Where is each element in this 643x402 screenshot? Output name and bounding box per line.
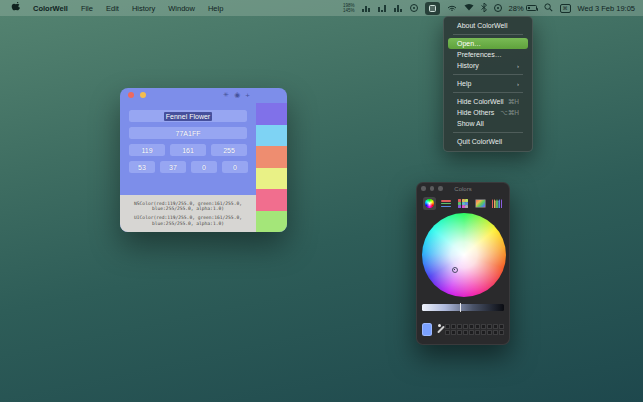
shortcut-label: ⌥⌘H (500, 109, 519, 117)
rgb-green-field[interactable]: 161 (170, 144, 206, 156)
minimize-button[interactable] (140, 92, 146, 98)
brightness-slider-handle[interactable] (460, 303, 462, 312)
hex-value: 77A1FF (176, 130, 201, 137)
submenu-chevron-icon: › (517, 63, 519, 69)
palettes-icon (458, 199, 468, 208)
colorwell-app-menu: About ColorWell Open… Preferences… Histo… (443, 16, 533, 152)
palette-swatch[interactable] (256, 146, 287, 168)
shortcut-label: ⌘H (508, 98, 519, 106)
timemachine-icon[interactable] (494, 4, 502, 12)
settings-icon[interactable]: ✳ (223, 91, 229, 99)
color-wheel-icon (425, 199, 434, 208)
hue-saturation-wheel[interactable] (422, 213, 506, 297)
tab-palettes[interactable] (457, 197, 470, 210)
hex-field[interactable]: 77A1FF (129, 127, 247, 139)
rgb-blue-field[interactable]: 255 (211, 144, 247, 156)
menu-separator (453, 132, 523, 133)
tab-pencils[interactable] (491, 197, 504, 210)
brightness-slider[interactable] (422, 304, 504, 311)
image-palettes-icon (475, 199, 486, 208)
menu-history[interactable]: History (132, 4, 155, 13)
menu-item-hide-colorwell[interactable]: Hide ColorWell⌘H (448, 96, 528, 107)
color-name-field[interactable]: Fennel Flower (129, 110, 247, 122)
record-icon[interactable] (410, 4, 418, 12)
menu-separator (453, 74, 523, 75)
tab-sliders[interactable] (440, 197, 453, 210)
palette-swatch[interactable] (256, 103, 287, 125)
cmyk-k-field[interactable]: 0 (222, 161, 248, 173)
color-selection-crosshair[interactable] (451, 266, 459, 274)
color-detail-pane: Fennel Flower 77A1FF 119 161 255 53 37 0… (120, 102, 256, 232)
color-name-value: Fennel Flower (164, 112, 212, 121)
menu-bar: ColorWell File Edit History Window Help … (0, 0, 643, 16)
menu-edit[interactable]: Edit (106, 4, 119, 13)
palette-swatch[interactable] (256, 168, 287, 190)
menu-item-help[interactable]: Help› (448, 78, 528, 89)
pencils-icon (492, 199, 503, 208)
menu-window[interactable]: Window (168, 4, 195, 13)
menu-item-quit[interactable]: Quit ColorWell (448, 136, 528, 147)
window-titlebar[interactable]: ✳ ◉ + (120, 88, 287, 102)
wifi-icon[interactable] (464, 3, 474, 13)
colors-panel-titlebar[interactable]: Colors (417, 183, 509, 194)
menu-item-show-all[interactable]: Show All (448, 118, 528, 129)
eyedropper-icon[interactable] (436, 323, 441, 336)
palette-swatch-column (256, 103, 287, 232)
palette-swatch[interactable] (256, 125, 287, 147)
close-button[interactable] (128, 92, 134, 98)
graph-widget-icon[interactable] (362, 4, 371, 12)
sliders-icon (441, 199, 451, 208)
menu-item-hide-others[interactable]: Hide Others⌥⌘H (448, 107, 528, 118)
tab-color-wheel[interactable] (423, 197, 436, 210)
tab-image-palettes[interactable] (474, 197, 487, 210)
input-menu-icon[interactable]: ⌘ (560, 4, 571, 13)
colorwell-window: ✳ ◉ + Fennel Flower 77A1FF 119 161 255 5… (120, 88, 287, 232)
menu-file[interactable]: File (81, 4, 93, 13)
code-snippets-pane: NSColor(red:119/255.0, green:161/255.0, … (120, 195, 256, 232)
menu-help[interactable]: Help (208, 4, 223, 13)
menu-separator (453, 34, 523, 35)
palette-swatch[interactable] (256, 211, 287, 233)
colorwell-statusitem-icon[interactable] (425, 2, 440, 15)
airport-icon[interactable] (447, 3, 457, 13)
menu-item-history[interactable]: History› (448, 60, 528, 71)
cmyk-m-field[interactable]: 37 (160, 161, 186, 173)
add-color-button[interactable]: + (245, 91, 250, 100)
graph-widget-icon[interactable] (394, 4, 403, 12)
graph-widget-icon[interactable] (378, 4, 387, 12)
favorite-swatches-grid[interactable] (445, 324, 504, 335)
colors-panel: Colors (416, 182, 510, 345)
menu-separator (453, 92, 523, 93)
submenu-chevron-icon: › (517, 81, 519, 87)
battery-icon (526, 5, 537, 11)
bluetooth-icon[interactable] (481, 3, 487, 14)
colors-panel-title: Colors (417, 186, 509, 192)
cmyk-c-field[interactable]: 53 (129, 161, 155, 173)
battery-percent-label: 28% (509, 4, 524, 13)
spotlight-icon[interactable] (544, 3, 553, 14)
menubar-clock[interactable]: Wed 3 Feb 19:05 (578, 4, 635, 13)
menu-item-open[interactable]: Open… (448, 38, 528, 49)
battery-indicator[interactable]: 28% (509, 4, 537, 13)
rgb-red-field[interactable]: 119 (129, 144, 165, 156)
active-color-well[interactable] (422, 323, 432, 336)
uicolor-code: UIColor(red:119/255.0, green:161/255.0, … (124, 215, 252, 226)
apple-menu-icon[interactable] (11, 2, 20, 15)
menu-item-about[interactable]: About ColorWell (448, 20, 528, 31)
palette-swatch[interactable] (256, 189, 287, 211)
cpu-stat-widget[interactable]: 198% 145% (343, 3, 355, 13)
nscolor-code: NSColor(red:119/255.0, green:161/255.0, … (124, 201, 252, 212)
menu-item-preferences[interactable]: Preferences… (448, 49, 528, 60)
colors-panel-footer (417, 317, 509, 341)
cmyk-y-field[interactable]: 0 (191, 161, 217, 173)
colors-panel-toolbar (417, 195, 509, 212)
target-icon[interactable]: ◉ (234, 91, 240, 99)
menu-app-name[interactable]: ColorWell (33, 4, 68, 13)
